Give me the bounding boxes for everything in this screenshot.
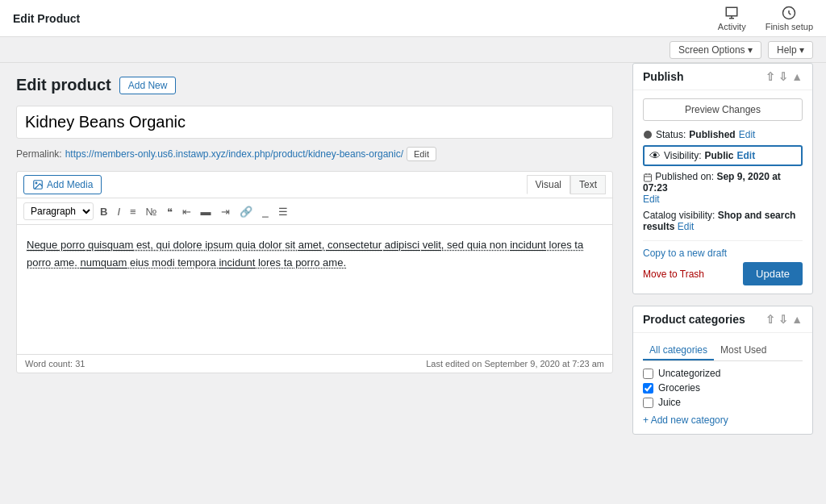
help-button[interactable]: Help <box>768 41 813 59</box>
last-edited: Last edited on September 9, 2020 at 7:23… <box>426 359 604 369</box>
published-edit-link[interactable]: Edit <box>643 194 803 205</box>
product-categories-body: All categories Most Used Uncategorized G… <box>633 333 812 434</box>
admin-bar-actions: Activity Finish setup <box>718 6 813 31</box>
sidebar: Publish ⇧ ⇩ ▲ Preview Changes Status: Pu… <box>626 63 826 504</box>
bold-button[interactable]: B <box>97 204 111 219</box>
align-left-button[interactable]: ⇤ <box>179 204 194 219</box>
visibility-label: Visibility: <box>664 150 701 161</box>
permalink-label: Permalink: <box>16 148 62 160</box>
publish-actions-top: Copy to a new draft <box>643 248 803 259</box>
word-count: Word count: 31 <box>25 359 85 369</box>
italic-button[interactable]: I <box>114 204 123 219</box>
add-new-button[interactable]: Add New <box>119 77 177 94</box>
add-category-link[interactable]: + Add new category <box>643 414 803 426</box>
editor-text: Neque porro quisquam est, qui dolore ips… <box>27 236 603 272</box>
most-used-tab[interactable]: Most Used <box>714 341 773 360</box>
catalog-edit-link[interactable]: Edit <box>678 221 695 232</box>
editor-footer: Word count: 31 Last edited on September … <box>17 354 612 373</box>
published-label: Published on: <box>655 171 714 182</box>
svg-rect-4 <box>645 174 652 181</box>
ordered-list-button[interactable]: № <box>143 204 161 219</box>
visibility-edit-link[interactable]: Edit <box>736 150 755 161</box>
category-list: Uncategorized Groceries Juice <box>643 368 803 408</box>
cat-checkbox-uncategorized[interactable] <box>643 369 653 379</box>
editor-format-bar: Paragraph B I ≡ № ❝ ⇤ ▬ ⇥ 🔗 ⎯ ☰ <box>17 198 612 225</box>
catalog-row: Catalog visibility: Shop and search resu… <box>643 210 803 232</box>
cat-label-juice: Juice <box>658 397 681 408</box>
status-icon <box>643 130 653 140</box>
horizontal-rule-button[interactable]: ⎯ <box>259 204 272 219</box>
publish-box-title: Publish <box>643 70 684 83</box>
svg-point-3 <box>644 131 652 139</box>
editor-toolbar-top: Add Media Visual Text <box>17 172 612 198</box>
collapse-down-icon[interactable]: ⇩ <box>778 70 788 83</box>
cat-label-groceries: Groceries <box>658 382 700 394</box>
screen-options-bar: Screen Options Help <box>0 37 826 63</box>
table-button[interactable]: ☰ <box>275 204 291 219</box>
link-button[interactable]: 🔗 <box>236 204 256 219</box>
unordered-list-button[interactable]: ≡ <box>127 204 140 219</box>
publish-box-header: Publish ⇧ ⇩ ▲ <box>633 64 812 90</box>
cat-item-uncategorized: Uncategorized <box>643 368 803 379</box>
calendar-icon <box>643 173 653 182</box>
status-row: Status: Published Edit <box>643 129 803 140</box>
add-media-label: Add Media <box>47 179 93 190</box>
visibility-value: Public <box>704 150 733 161</box>
cat-item-groceries: Groceries <box>643 382 803 394</box>
text-tab[interactable]: Text <box>570 175 606 194</box>
page-header: Edit product Add New <box>16 76 613 94</box>
expand-icon[interactable]: ▲ <box>791 70 803 83</box>
activity-button[interactable]: Activity <box>718 6 746 31</box>
editor-wrap: Add Media Visual Text Paragraph B I ≡ № … <box>16 171 613 373</box>
cat-tabs: All categories Most Used <box>643 341 803 361</box>
align-center-button[interactable]: ▬ <box>198 204 215 219</box>
add-media-button[interactable]: Add Media <box>23 175 102 194</box>
cat-checkbox-groceries[interactable] <box>643 383 653 394</box>
permalink-edit-button[interactable]: Edit <box>407 147 436 161</box>
page-wrap: Edit product Add New Permalink: https://… <box>0 63 826 504</box>
publish-box: Publish ⇧ ⇩ ▲ Preview Changes Status: Pu… <box>632 63 813 294</box>
activity-label: Activity <box>718 22 746 31</box>
svg-point-2 <box>35 182 37 184</box>
all-categories-tab[interactable]: All categories <box>643 341 714 360</box>
published-row: Published on: Sep 9, 2020 at 07:23 Edit <box>643 171 803 205</box>
move-trash-link[interactable]: Move to Trash <box>643 269 704 280</box>
update-button[interactable]: Update <box>743 262 803 285</box>
screen-options-button[interactable]: Screen Options <box>670 41 761 59</box>
publish-actions: Move to Trash Update <box>643 262 803 285</box>
visual-tab[interactable]: Visual <box>527 175 570 194</box>
status-label: Status: <box>656 129 686 140</box>
align-right-button[interactable]: ⇥ <box>218 204 233 219</box>
cat-collapse-up-icon[interactable]: ⇧ <box>766 313 775 326</box>
editor-content[interactable]: Neque porro quisquam est, qui dolore ips… <box>17 225 612 354</box>
product-title-input[interactable] <box>16 106 613 139</box>
admin-bar: Edit Product Activity Finish setup <box>0 0 826 37</box>
product-categories-title: Product categories <box>643 313 745 326</box>
finish-setup-label: Finish setup <box>766 22 813 31</box>
product-categories-header: Product categories ⇧ ⇩ ▲ <box>633 306 812 333</box>
visual-text-tabs: Visual Text <box>527 175 606 194</box>
finish-setup-button[interactable]: Finish setup <box>766 6 813 31</box>
preview-changes-button[interactable]: Preview Changes <box>643 98 803 121</box>
visibility-row: 👁 Visibility: Public Edit <box>643 145 803 166</box>
cat-expand-icon[interactable]: ▲ <box>791 313 803 326</box>
copy-draft-link[interactable]: Copy to a new draft <box>643 248 803 259</box>
product-categories-box: Product categories ⇧ ⇩ ▲ All categories … <box>632 306 813 435</box>
collapse-up-icon[interactable]: ⇧ <box>766 70 775 83</box>
status-value: Published <box>689 129 735 140</box>
cat-collapse-down-icon[interactable]: ⇩ <box>778 313 788 326</box>
main-content: Edit product Add New Permalink: https://… <box>0 63 626 504</box>
status-edit-link[interactable]: Edit <box>739 129 756 140</box>
add-media-icon <box>32 179 44 190</box>
publish-box-body: Preview Changes Status: Published Edit 👁… <box>633 90 812 294</box>
cat-label-uncategorized: Uncategorized <box>658 368 720 379</box>
admin-bar-title: Edit Product <box>13 12 80 25</box>
divider <box>643 240 803 241</box>
eye-icon: 👁 <box>649 149 661 162</box>
paragraph-select[interactable]: Paragraph <box>23 202 94 220</box>
page-title: Edit product <box>16 76 111 94</box>
cat-checkbox-juice[interactable] <box>643 398 653 408</box>
permalink-row: Permalink: https://members-only.us6.inst… <box>16 147 613 161</box>
permalink-link[interactable]: https://members-only.us6.instawp.xyz/ind… <box>65 148 403 160</box>
blockquote-button[interactable]: ❝ <box>164 204 176 219</box>
